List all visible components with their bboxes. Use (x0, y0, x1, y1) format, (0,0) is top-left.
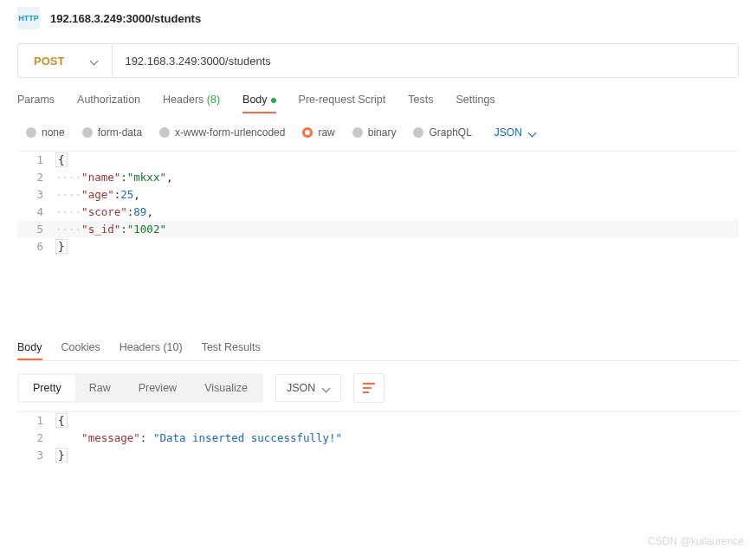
json-key: "message" (81, 431, 140, 444)
resp-tab-headers[interactable]: Headers (10) (120, 341, 183, 360)
body-type-none-label: none (42, 126, 65, 139)
headers-count: (8) (207, 94, 220, 106)
modified-dot-icon (268, 94, 276, 106)
resp-tab-body[interactable]: Body (17, 341, 42, 360)
tab-body[interactable]: Body (242, 94, 276, 113)
format-label: JSON (494, 126, 522, 139)
radio-icon (302, 127, 313, 138)
body-type-formdata[interactable]: form-data (82, 126, 142, 139)
method-select[interactable]: POST (18, 44, 113, 77)
line-number: 4 (17, 204, 55, 221)
chevron-down-icon (528, 129, 536, 137)
response-body-editor[interactable]: 1{ 2 "message": "Data inserted successfu… (17, 411, 739, 464)
tab-prerequest[interactable]: Pre-request Script (299, 94, 386, 113)
line-number: 6 (17, 238, 55, 255)
json-key: "s_id" (81, 223, 120, 236)
tab-body-label: Body (242, 94, 268, 106)
request-tabs: Params Authorization Headers (8) Body Pr… (0, 78, 756, 114)
line-number: 2 (17, 430, 55, 447)
body-type-row: none form-data x-www-form-urlencoded raw… (0, 114, 756, 151)
line-number: 1 (17, 412, 55, 430)
body-type-graphql[interactable]: GraphQL (413, 126, 471, 139)
chevron-down-icon (90, 57, 98, 65)
body-type-raw[interactable]: raw (302, 126, 334, 139)
body-type-formdata-label: form-data (98, 126, 142, 139)
body-type-graphql-label: GraphQL (429, 126, 471, 139)
resp-tab-tests[interactable]: Test Results (202, 341, 261, 360)
resp-tab-cookies[interactable]: Cookies (61, 341, 100, 360)
body-type-raw-label: raw (318, 126, 334, 139)
line-number: 3 (17, 447, 55, 464)
radio-icon (159, 127, 170, 138)
request-body-editor[interactable]: 1{ 2····"name":"mkxx", 3····"age":25, 4·… (17, 151, 739, 307)
tab-tests[interactable]: Tests (408, 94, 433, 113)
tab-params[interactable]: Params (17, 94, 55, 113)
format-select[interactable]: JSON (494, 126, 536, 139)
body-type-urlencoded-label: x-www-form-urlencoded (175, 126, 285, 139)
resp-tab-headers-label: Headers (120, 341, 160, 353)
brace-close: } (55, 239, 68, 254)
watermark: CSDN @kuilaurence (648, 535, 744, 547)
json-key: "age" (81, 188, 114, 201)
response-format-label: JSON (287, 382, 315, 394)
chevron-down-icon (322, 385, 330, 392)
body-type-urlencoded[interactable]: x-www-form-urlencoded (159, 126, 285, 139)
request-row: POST (17, 43, 739, 78)
response-controls: Pretty Raw Preview Visualize JSON (0, 361, 756, 411)
tab-authorization[interactable]: Authorization (77, 94, 140, 113)
line-number: 3 (17, 186, 55, 204)
http-icon: HTTP (17, 7, 40, 29)
view-raw[interactable]: Raw (75, 375, 125, 401)
body-type-none[interactable]: none (26, 126, 65, 139)
line-number: 1 (17, 152, 55, 169)
request-title: 192.168.3.249:3000/students (50, 12, 201, 25)
body-type-binary[interactable]: binary (352, 126, 397, 139)
json-string: "Data inserted successfully!" (153, 431, 342, 444)
line-number: 5 (17, 221, 55, 238)
tab-header: HTTP 192.168.3.249:3000/students (0, 0, 756, 38)
line-number: 2 (17, 169, 55, 186)
wrap-icon (363, 383, 375, 393)
radio-icon (82, 127, 93, 138)
radio-icon (413, 127, 423, 138)
json-number: 89 (133, 205, 146, 218)
tab-headers[interactable]: Headers (8) (163, 94, 220, 113)
brace-open: { (55, 152, 68, 167)
brace-open: { (55, 413, 68, 428)
tab-headers-label: Headers (163, 94, 204, 106)
json-number: 25 (120, 188, 133, 201)
tab-settings[interactable]: Settings (456, 94, 494, 113)
view-mode-group: Pretty Raw Preview Visualize (17, 373, 263, 403)
radio-icon (26, 127, 36, 138)
json-string: "1002" (127, 223, 166, 236)
view-visualize[interactable]: Visualize (191, 375, 262, 401)
radio-icon (352, 127, 363, 138)
brace-close: } (55, 448, 68, 462)
json-key: "score" (81, 205, 127, 218)
view-preview[interactable]: Preview (125, 375, 191, 401)
json-key: "name" (81, 171, 120, 184)
wrap-toggle-button[interactable] (353, 373, 384, 403)
json-string: "mkxx" (127, 171, 166, 184)
response-format-select[interactable]: JSON (275, 374, 341, 402)
method-label: POST (34, 55, 64, 68)
response-tabs: Body Cookies Headers (10) Test Results (0, 341, 756, 360)
url-input[interactable] (113, 44, 738, 77)
resp-headers-count: (10) (163, 341, 182, 353)
body-type-binary-label: binary (368, 126, 397, 139)
view-pretty[interactable]: Pretty (19, 375, 75, 401)
